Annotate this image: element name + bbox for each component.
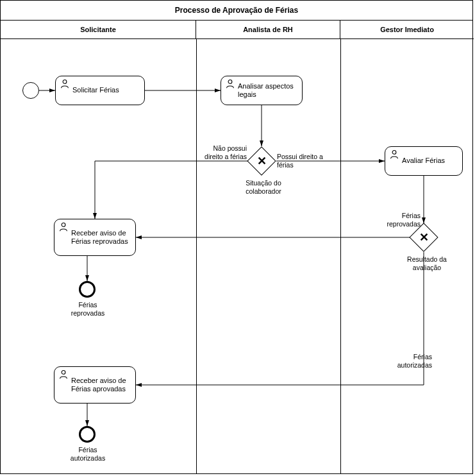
task-receber-aprovadas: Receber aviso de Férias aprovadas (54, 366, 136, 404)
lane-header-analista: Analista de RH (196, 20, 340, 39)
svg-point-4 (62, 371, 65, 375)
user-icon (58, 369, 69, 380)
user-icon (224, 78, 236, 90)
user-icon (59, 78, 71, 90)
end-event-reprovadas (79, 281, 96, 298)
pool-title: Processo de Aprovação de Férias (1, 1, 472, 21)
task-label: Solicitar Férias (72, 86, 119, 94)
gateway-situacao (247, 146, 276, 175)
edge-label-reprovadas: Férias reprovadas (382, 212, 421, 228)
end-event-autorizadas (79, 426, 96, 443)
end-label: Férias reprovadas (67, 301, 108, 317)
task-label: Analisar aspectos legais (238, 82, 298, 99)
lane-divider (196, 39, 197, 473)
task-label: Receber aviso de Férias reprovadas (71, 229, 131, 246)
task-label: Receber aviso de Férias aprovadas (71, 377, 131, 393)
gateway-label: Resultado da avaliação (398, 255, 456, 271)
task-receber-reprovadas: Receber aviso de Férias reprovadas (54, 219, 136, 256)
gateway-label: Situação do colaborador (238, 179, 289, 195)
task-label: Avaliar Férias (402, 157, 445, 165)
bpmn-pool: Processo de Aprovação de Férias Solicita… (0, 0, 473, 474)
task-analisar-aspectos: Analisar aspectos legais (221, 76, 303, 105)
edge-label-nao-possui: Não possui direito a férias (194, 144, 247, 160)
lane-divider (340, 39, 341, 473)
edge-label-autorizadas: Férias autorizadas (387, 353, 432, 369)
lane-header-solicitante: Solicitante (1, 20, 196, 39)
start-event (22, 82, 39, 99)
svg-point-3 (62, 223, 65, 227)
edge-label-possui: Possui direito a férias (277, 153, 328, 169)
user-icon (58, 221, 69, 233)
lane-header-gestor: Gestor Imediato (340, 20, 474, 39)
svg-point-0 (63, 80, 67, 84)
user-icon (388, 149, 400, 160)
svg-point-2 (392, 151, 396, 155)
task-solicitar-ferias: Solicitar Férias (55, 76, 145, 105)
svg-point-1 (228, 80, 232, 84)
task-avaliar-ferias: Avaliar Férias (385, 146, 463, 176)
end-label: Férias autorizadas (66, 446, 110, 462)
